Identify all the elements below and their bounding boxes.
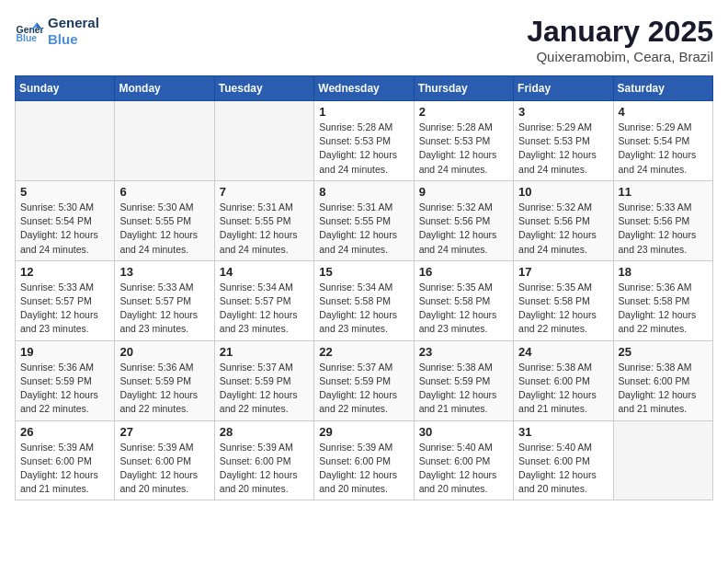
calendar-cell: 10Sunrise: 5:32 AM Sunset: 5:56 PM Dayli…: [514, 180, 613, 260]
calendar-cell: 7Sunrise: 5:31 AM Sunset: 5:55 PM Daylig…: [214, 180, 313, 260]
calendar-cell: 22Sunrise: 5:37 AM Sunset: 5:59 PM Dayli…: [314, 340, 414, 420]
day-number: 16: [419, 265, 508, 279]
day-number: 25: [619, 345, 708, 359]
day-info: Sunrise: 5:33 AM Sunset: 5:57 PM Dayligh…: [20, 281, 109, 337]
day-info: Sunrise: 5:32 AM Sunset: 5:56 PM Dayligh…: [419, 201, 508, 257]
day-number: 10: [518, 185, 608, 199]
calendar-cell: 26Sunrise: 5:39 AM Sunset: 6:00 PM Dayli…: [16, 420, 115, 500]
day-number: 29: [319, 425, 408, 439]
calendar-cell: 6Sunrise: 5:30 AM Sunset: 5:55 PM Daylig…: [115, 180, 214, 260]
location: Quixeramobim, Ceara, Brazil: [527, 49, 713, 64]
calendar-cell: 16Sunrise: 5:35 AM Sunset: 5:58 PM Dayli…: [414, 260, 513, 340]
calendar-cell: 5Sunrise: 5:30 AM Sunset: 5:54 PM Daylig…: [16, 180, 115, 260]
day-number: 26: [20, 425, 109, 439]
day-info: Sunrise: 5:36 AM Sunset: 5:58 PM Dayligh…: [619, 281, 708, 337]
weekday-header-tuesday: Tuesday: [214, 76, 313, 101]
calendar-cell: 15Sunrise: 5:34 AM Sunset: 5:58 PM Dayli…: [314, 260, 414, 340]
calendar-cell: [115, 101, 214, 181]
week-row-2: 5Sunrise: 5:30 AM Sunset: 5:54 PM Daylig…: [16, 180, 713, 260]
calendar-cell: 9Sunrise: 5:32 AM Sunset: 5:56 PM Daylig…: [414, 180, 513, 260]
calendar-cell: [613, 420, 712, 500]
day-number: 5: [20, 185, 109, 199]
day-info: Sunrise: 5:38 AM Sunset: 6:00 PM Dayligh…: [518, 361, 608, 417]
day-number: 7: [220, 185, 309, 199]
week-row-5: 26Sunrise: 5:39 AM Sunset: 6:00 PM Dayli…: [16, 420, 713, 500]
calendar-cell: 1Sunrise: 5:28 AM Sunset: 5:53 PM Daylig…: [314, 101, 414, 181]
day-number: 28: [220, 425, 309, 439]
logo-blue: Blue: [48, 31, 99, 48]
day-info: Sunrise: 5:30 AM Sunset: 5:54 PM Dayligh…: [20, 201, 109, 257]
day-number: 3: [518, 105, 608, 119]
day-info: Sunrise: 5:37 AM Sunset: 5:59 PM Dayligh…: [319, 361, 408, 417]
day-number: 30: [419, 425, 508, 439]
day-number: 9: [419, 185, 508, 199]
calendar-cell: 19Sunrise: 5:36 AM Sunset: 5:59 PM Dayli…: [16, 340, 115, 420]
calendar-cell: 31Sunrise: 5:40 AM Sunset: 6:00 PM Dayli…: [514, 420, 613, 500]
day-number: 19: [20, 345, 109, 359]
day-info: Sunrise: 5:33 AM Sunset: 5:56 PM Dayligh…: [619, 201, 708, 257]
day-info: Sunrise: 5:33 AM Sunset: 5:57 PM Dayligh…: [119, 281, 209, 337]
day-info: Sunrise: 5:29 AM Sunset: 5:54 PM Dayligh…: [619, 121, 708, 177]
week-row-3: 12Sunrise: 5:33 AM Sunset: 5:57 PM Dayli…: [16, 260, 713, 340]
day-number: 24: [518, 345, 608, 359]
calendar-cell: 20Sunrise: 5:36 AM Sunset: 5:59 PM Dayli…: [115, 340, 214, 420]
calendar-cell: 23Sunrise: 5:38 AM Sunset: 5:59 PM Dayli…: [414, 340, 513, 420]
day-info: Sunrise: 5:36 AM Sunset: 5:59 PM Dayligh…: [20, 361, 109, 417]
month-title: January 2025: [527, 15, 713, 49]
day-number: 21: [220, 345, 309, 359]
calendar-cell: 28Sunrise: 5:39 AM Sunset: 6:00 PM Dayli…: [214, 420, 313, 500]
calendar-cell: 21Sunrise: 5:37 AM Sunset: 5:59 PM Dayli…: [214, 340, 313, 420]
svg-text:Blue: Blue: [17, 33, 38, 43]
day-number: 18: [619, 265, 708, 279]
day-info: Sunrise: 5:39 AM Sunset: 6:00 PM Dayligh…: [220, 441, 309, 497]
logo-icon: General Blue: [15, 17, 44, 46]
day-info: Sunrise: 5:37 AM Sunset: 5:59 PM Dayligh…: [220, 361, 309, 417]
calendar-cell: 24Sunrise: 5:38 AM Sunset: 6:00 PM Dayli…: [514, 340, 613, 420]
day-info: Sunrise: 5:36 AM Sunset: 5:59 PM Dayligh…: [119, 361, 209, 417]
calendar-cell: 3Sunrise: 5:29 AM Sunset: 5:53 PM Daylig…: [514, 101, 613, 181]
day-info: Sunrise: 5:40 AM Sunset: 6:00 PM Dayligh…: [518, 441, 608, 497]
day-info: Sunrise: 5:31 AM Sunset: 5:55 PM Dayligh…: [220, 201, 309, 257]
calendar-cell: 27Sunrise: 5:39 AM Sunset: 6:00 PM Dayli…: [115, 420, 214, 500]
calendar-cell: 2Sunrise: 5:28 AM Sunset: 5:53 PM Daylig…: [414, 101, 513, 181]
calendar-cell: 8Sunrise: 5:31 AM Sunset: 5:55 PM Daylig…: [314, 180, 414, 260]
day-info: Sunrise: 5:31 AM Sunset: 5:55 PM Dayligh…: [319, 201, 408, 257]
calendar-cell: 14Sunrise: 5:34 AM Sunset: 5:57 PM Dayli…: [214, 260, 313, 340]
day-number: 12: [20, 265, 109, 279]
logo-general: General: [48, 15, 99, 31]
day-number: 8: [319, 185, 408, 199]
header: General Blue General Blue January 2025 Q…: [15, 15, 713, 64]
day-info: Sunrise: 5:39 AM Sunset: 6:00 PM Dayligh…: [119, 441, 209, 497]
calendar: SundayMondayTuesdayWednesdayThursdayFrid…: [15, 75, 713, 500]
day-number: 17: [518, 265, 608, 279]
day-number: 27: [119, 425, 209, 439]
calendar-cell: [16, 101, 115, 181]
day-number: 14: [220, 265, 309, 279]
day-number: 31: [518, 425, 608, 439]
calendar-cell: 12Sunrise: 5:33 AM Sunset: 5:57 PM Dayli…: [16, 260, 115, 340]
weekday-header-monday: Monday: [115, 76, 214, 101]
day-info: Sunrise: 5:28 AM Sunset: 5:53 PM Dayligh…: [319, 121, 408, 177]
day-number: 4: [619, 105, 708, 119]
week-row-4: 19Sunrise: 5:36 AM Sunset: 5:59 PM Dayli…: [16, 340, 713, 420]
day-info: Sunrise: 5:38 AM Sunset: 5:59 PM Dayligh…: [419, 361, 508, 417]
calendar-cell: 13Sunrise: 5:33 AM Sunset: 5:57 PM Dayli…: [115, 260, 214, 340]
weekday-header-wednesday: Wednesday: [314, 76, 414, 101]
calendar-cell: 17Sunrise: 5:35 AM Sunset: 5:58 PM Dayli…: [514, 260, 613, 340]
day-info: Sunrise: 5:39 AM Sunset: 6:00 PM Dayligh…: [319, 441, 408, 497]
day-info: Sunrise: 5:35 AM Sunset: 5:58 PM Dayligh…: [419, 281, 508, 337]
day-number: 13: [119, 265, 209, 279]
day-info: Sunrise: 5:32 AM Sunset: 5:56 PM Dayligh…: [518, 201, 608, 257]
calendar-cell: 30Sunrise: 5:40 AM Sunset: 6:00 PM Dayli…: [414, 420, 513, 500]
day-number: 2: [419, 105, 508, 119]
title-block: January 2025 Quixeramobim, Ceara, Brazil: [527, 15, 713, 64]
calendar-cell: 4Sunrise: 5:29 AM Sunset: 5:54 PM Daylig…: [613, 101, 712, 181]
calendar-cell: 18Sunrise: 5:36 AM Sunset: 5:58 PM Dayli…: [613, 260, 712, 340]
day-number: 11: [619, 185, 708, 199]
day-info: Sunrise: 5:40 AM Sunset: 6:00 PM Dayligh…: [419, 441, 508, 497]
day-number: 6: [119, 185, 209, 199]
day-info: Sunrise: 5:29 AM Sunset: 5:53 PM Dayligh…: [518, 121, 608, 177]
weekday-header-saturday: Saturday: [613, 76, 712, 101]
weekday-header-thursday: Thursday: [414, 76, 513, 101]
calendar-cell: 11Sunrise: 5:33 AM Sunset: 5:56 PM Dayli…: [613, 180, 712, 260]
